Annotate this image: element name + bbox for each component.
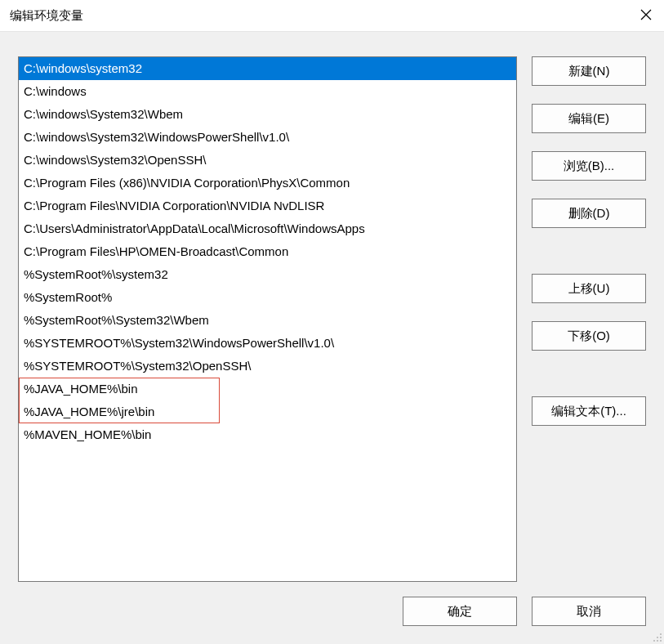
- list-item[interactable]: %SYSTEMROOT%\System32\OpenSSH\: [19, 355, 516, 378]
- list-item[interactable]: %SystemRoot%: [19, 286, 516, 309]
- svg-point-6: [657, 640, 658, 642]
- close-button[interactable]: [638, 7, 654, 23]
- close-icon: [640, 9, 652, 20]
- list-item[interactable]: %SystemRoot%\System32\Wbem: [19, 309, 516, 332]
- list-item[interactable]: C:\Program Files (x86)\NVIDIA Corporatio…: [19, 172, 516, 195]
- list-item[interactable]: C:\windows\System32\OpenSSH\: [19, 149, 516, 172]
- list-item[interactable]: %JAVA_HOME%\jre\bin: [19, 400, 516, 423]
- delete-button[interactable]: 删除(D): [532, 199, 646, 228]
- list-item[interactable]: C:\Program Files\NVIDIA Corporation\NVID…: [19, 195, 516, 217]
- svg-point-2: [660, 633, 662, 635]
- content-area: C:\windows\system32C:\windowsC:\windows\…: [18, 56, 646, 582]
- resize-grip-icon[interactable]: [651, 631, 662, 642]
- dialog-body: C:\windows\system32C:\windowsC:\windows\…: [0, 31, 664, 644]
- svg-point-3: [657, 637, 658, 638]
- svg-point-5: [653, 640, 655, 642]
- button-column: 新建(N) 编辑(E) 浏览(B)... 删除(D) 上移(U) 下移(O) 编…: [532, 56, 646, 582]
- svg-point-7: [660, 640, 662, 642]
- window-title: 编辑环境变量: [10, 8, 83, 24]
- list-item[interactable]: %SYSTEMROOT%\System32\WindowsPowerShell\…: [19, 332, 516, 355]
- list-item[interactable]: %SystemRoot%\system32: [19, 263, 516, 286]
- move-down-button[interactable]: 下移(O): [532, 321, 646, 351]
- svg-point-4: [660, 637, 662, 638]
- list-item[interactable]: %MAVEN_HOME%\bin: [19, 423, 516, 446]
- edit-text-button[interactable]: 编辑文本(T)...: [532, 396, 646, 426]
- list-item[interactable]: C:\Users\Administrator\AppData\Local\Mic…: [19, 217, 516, 240]
- titlebar: 编辑环境变量: [0, 0, 664, 31]
- list-item[interactable]: C:\windows\system32: [19, 57, 516, 80]
- new-button[interactable]: 新建(N): [532, 56, 646, 86]
- browse-button[interactable]: 浏览(B)...: [532, 151, 646, 181]
- list-item[interactable]: C:\windows: [19, 80, 516, 103]
- list-item[interactable]: C:\windows\System32\WindowsPowerShell\v1…: [19, 126, 516, 149]
- ok-button[interactable]: 确定: [403, 597, 517, 626]
- list-item[interactable]: C:\Program Files\HP\OMEN-Broadcast\Commo…: [19, 240, 516, 263]
- list-item[interactable]: %JAVA_HOME%\bin: [19, 378, 516, 400]
- path-listbox[interactable]: C:\windows\system32C:\windowsC:\windows\…: [18, 56, 517, 582]
- cancel-button[interactable]: 取消: [532, 597, 646, 626]
- move-up-button[interactable]: 上移(U): [532, 274, 646, 303]
- dialog-footer: 确定 取消: [403, 597, 646, 626]
- list-item[interactable]: C:\windows\System32\Wbem: [19, 103, 516, 126]
- edit-button[interactable]: 编辑(E): [532, 104, 646, 133]
